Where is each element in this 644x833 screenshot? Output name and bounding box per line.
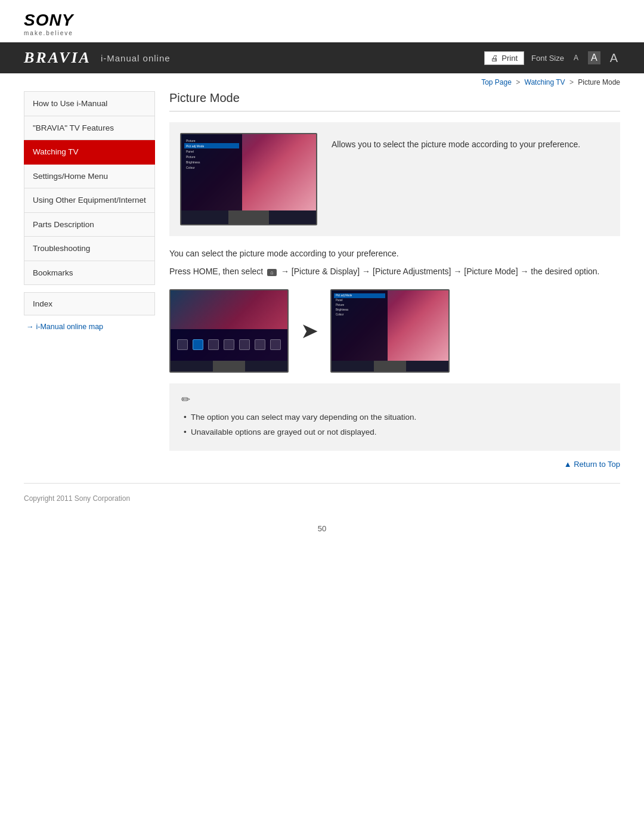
sidebar-map-link[interactable]: →i-Manual online map	[24, 323, 155, 331]
notes-section: ✏ The option you can select may vary dep…	[169, 383, 620, 451]
step1-image	[169, 289, 289, 373]
sidebar-divider	[24, 285, 155, 292]
step2-stand	[374, 361, 407, 371]
tv-menu-item-5: Brightness	[184, 159, 239, 165]
return-to-top: ▲ Return to Top	[169, 451, 620, 471]
sidebar-item-troubleshooting[interactable]: Troubleshooting	[24, 237, 155, 261]
steps-row: ➤ Pict.adj Mode Panel Picture Brightness…	[169, 289, 620, 373]
body-text-cont: → [Picture & Display] → [Picture Adjustm…	[281, 267, 600, 276]
body-text-press: Press HOME, then select	[169, 267, 263, 276]
bravia-left: BRAVIA i-Manual online	[24, 49, 171, 67]
step1-icon-2	[193, 339, 203, 350]
step2-menu-item-3: Picture	[334, 303, 385, 308]
arrow-right-icon: →	[26, 323, 34, 331]
bravia-subtitle: i-Manual online	[101, 53, 171, 63]
step2-menu-item-1: Pict.adj Mode	[334, 293, 385, 298]
bravia-bar: BRAVIA i-Manual online 🖨 Print Font Size…	[0, 42, 644, 73]
top-bar: SONY make.believe	[0, 0, 644, 42]
sidebar-item-watching-tv[interactable]: Watching TV	[24, 140, 155, 165]
tv-menu-item-1: Picture	[184, 138, 239, 143]
pencil-icon: ✏	[181, 393, 608, 406]
sony-logo: SONY make.believe	[24, 11, 73, 36]
sidebar-index[interactable]: Index	[24, 292, 155, 315]
print-label: Print	[501, 54, 518, 63]
breadcrumb-watching-tv[interactable]: Watching TV	[525, 78, 565, 86]
step2-menu-item-2: Panel	[334, 298, 385, 303]
step1-icon-6	[255, 339, 265, 350]
note-item-1: The option you can select may vary depen…	[181, 411, 608, 424]
tv-screenshot-intro: Picture Pict.adj Mode Panel Picture Brig…	[180, 133, 317, 225]
font-size-label: Font Size	[531, 54, 564, 63]
tv-menu-item-6: Colour	[184, 165, 239, 170]
return-to-top-label: Return to Top	[574, 460, 620, 469]
step2-menu-overlay: Pict.adj Mode Panel Picture Brightness C…	[332, 290, 388, 361]
print-icon: 🖨	[491, 54, 499, 63]
step1-menu	[171, 329, 287, 361]
body-text-2: Press HOME, then select ⌂ → [Picture & D…	[169, 265, 620, 278]
main-layout: How to Use i-Manual "BRAVIA" TV Features…	[0, 91, 644, 471]
tv-stand-intro	[228, 210, 269, 224]
page-title: Picture Mode	[169, 91, 620, 112]
intro-text: Allows you to select the picture mode ac…	[332, 133, 580, 151]
step-arrow-icon: ➤	[301, 318, 318, 343]
page-number: 50	[0, 512, 644, 551]
sony-wordmark: SONY	[24, 11, 73, 30]
intro-section: Picture Pict.adj Mode Panel Picture Brig…	[169, 122, 620, 236]
sony-tagline: make.believe	[24, 30, 73, 36]
sidebar-item-using-other[interactable]: Using Other Equipment/Internet	[24, 188, 155, 213]
footer: Copyright 2011 Sony Corporation	[24, 483, 620, 512]
breadcrumb-top-page[interactable]: Top Page	[481, 78, 512, 86]
sidebar-item-bravia-features[interactable]: "BRAVIA" TV Features	[24, 116, 155, 141]
sidebar-map-label: i-Manual online map	[36, 323, 104, 331]
tv-menu-item-4: Picture	[184, 154, 239, 159]
step1-icons	[175, 337, 283, 352]
step2-screen: Pict.adj Mode Panel Picture Brightness C…	[332, 290, 448, 361]
content-area: Picture Mode Picture Pict.adj Mode Panel…	[169, 91, 620, 471]
step1-icon-1	[177, 339, 188, 350]
step1-icon-4	[224, 339, 234, 350]
sidebar: How to Use i-Manual "BRAVIA" TV Features…	[24, 91, 155, 471]
breadcrumb: Top Page > Watching TV > Picture Mode	[0, 73, 644, 91]
sidebar-item-settings[interactable]: Settings/Home Menu	[24, 165, 155, 189]
home-icon: ⌂	[267, 269, 277, 276]
font-size-small-button[interactable]: A	[571, 52, 581, 63]
sidebar-item-parts[interactable]: Parts Description	[24, 213, 155, 237]
step2-menu-item-4: Brightness	[334, 308, 385, 312]
step2-screen-container: Pict.adj Mode Panel Picture Brightness C…	[332, 290, 448, 361]
triangle-up-icon: ▲	[564, 460, 574, 469]
copyright-text: Copyright 2011 Sony Corporation	[24, 494, 130, 503]
step1-stand	[213, 361, 246, 371]
body-text-1: You can select the picture mode accordin…	[169, 247, 620, 260]
sidebar-item-how-to-use[interactable]: How to Use i-Manual	[24, 91, 155, 116]
tv-menu-overlay: Picture Pict.adj Mode Panel Picture Brig…	[181, 134, 242, 210]
step2-image: Pict.adj Mode Panel Picture Brightness C…	[330, 289, 450, 373]
tv-screen-inner: Picture Pict.adj Mode Panel Picture Brig…	[181, 134, 316, 210]
step2-menu-item-5: Colour	[334, 312, 385, 317]
breadcrumb-sep1: >	[516, 78, 520, 86]
return-to-top-link[interactable]: ▲ Return to Top	[564, 460, 620, 469]
breadcrumb-sep2: >	[569, 78, 574, 86]
tv-menu-item-2: Pict.adj Mode	[184, 143, 239, 148]
sidebar-item-bookmarks[interactable]: Bookmarks	[24, 261, 155, 286]
breadcrumb-current: Picture Mode	[578, 78, 620, 86]
tv-menu-item-3: Panel	[184, 148, 239, 154]
bravia-logo: BRAVIA	[24, 49, 91, 67]
step1-screen	[171, 290, 287, 361]
step1-screen-container	[171, 290, 287, 361]
note-item-2: Unavailable options are grayed out or no…	[181, 426, 608, 439]
print-button[interactable]: 🖨 Print	[484, 51, 524, 65]
font-size-large-button[interactable]: A	[608, 50, 620, 66]
font-size-med-button[interactable]: A	[588, 51, 600, 64]
step1-icon-3	[208, 339, 219, 350]
bravia-right: 🖨 Print Font Size A A A	[484, 50, 620, 66]
step1-icon-5	[239, 339, 250, 350]
step1-icon-7	[270, 339, 281, 350]
